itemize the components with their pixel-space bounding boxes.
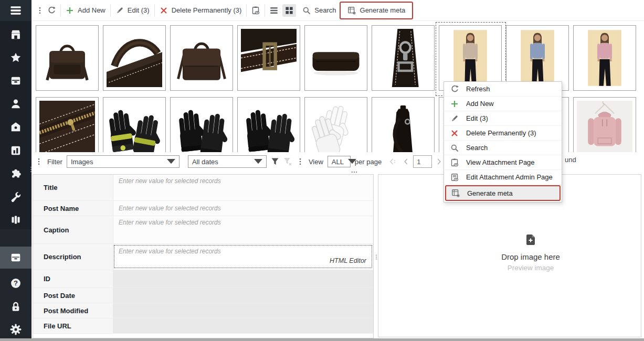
context-menu-item-generate-meta[interactable]: Generate meta bbox=[445, 185, 561, 201]
pencil-icon bbox=[450, 114, 459, 123]
apply-filters-icon[interactable] bbox=[271, 157, 279, 166]
post-date-readonly-field bbox=[113, 288, 373, 303]
generate-meta-button[interactable]: Generate meta bbox=[340, 2, 414, 19]
image-drop-zone[interactable]: Drop image here Preview image bbox=[468, 233, 594, 272]
thumbnail-belt-buckle-closeup[interactable] bbox=[237, 25, 300, 91]
refresh-button[interactable] bbox=[47, 6, 56, 15]
view-drag-dots-icon[interactable] bbox=[296, 157, 304, 166]
thumbnail-white-gloves[interactable] bbox=[304, 97, 367, 152]
next-page-button[interactable] bbox=[435, 157, 443, 166]
grid-view-button[interactable] bbox=[282, 4, 296, 17]
add-new-label: Add New bbox=[78, 6, 105, 14]
thumbnail-bag-strap-clasp[interactable] bbox=[372, 25, 435, 91]
description-field[interactable]: Enter new value for selected recordsHTML… bbox=[113, 244, 373, 270]
form-row-description: DescriptionEnter new value for selected … bbox=[33, 244, 373, 270]
toolbar-drag-dots-icon[interactable] bbox=[36, 6, 44, 15]
thumbnail-leather-bag-front[interactable] bbox=[170, 25, 233, 91]
chart-icon bbox=[10, 145, 22, 156]
form-row-post-date: Post Date bbox=[33, 288, 373, 303]
thumbnail-bag-handle-closeup[interactable] bbox=[103, 25, 166, 91]
context-menu-item-refresh[interactable]: Refresh bbox=[444, 82, 562, 97]
thumbnail-bag-zipper-closeup[interactable] bbox=[36, 97, 99, 152]
toolbar-separator bbox=[265, 4, 265, 17]
preview-image-label: Preview image bbox=[468, 264, 594, 272]
context-menu-item-edit-3[interactable]: Edit (3) bbox=[444, 111, 562, 126]
context-menu-item-label: Search bbox=[466, 144, 488, 152]
thumbnail-model-pink-top[interactable] bbox=[573, 25, 636, 91]
clear-filters-icon[interactable] bbox=[283, 157, 292, 166]
star-icon bbox=[10, 52, 22, 63]
form-label: Caption bbox=[33, 216, 113, 243]
product-icon bbox=[10, 121, 22, 133]
delete-permanently-button[interactable]: Delete Permanently (3) bbox=[160, 6, 242, 15]
sidebar-item-store[interactable] bbox=[0, 24, 31, 45]
context-menu-item-search[interactable]: Search bbox=[444, 141, 562, 155]
edit-button[interactable]: Edit (3) bbox=[115, 6, 150, 15]
sidebar-item-tools[interactable] bbox=[0, 186, 31, 207]
description-editor-box[interactable]: Enter new value for selected recordsHTML… bbox=[114, 245, 372, 268]
context-menu-item-label: Delete Permanently (3) bbox=[466, 129, 536, 137]
thumbnail-leather-gloves-pair[interactable] bbox=[237, 97, 300, 152]
post-type-select[interactable]: Images bbox=[67, 155, 180, 168]
splitter-handle-icon[interactable] bbox=[27, 166, 35, 173]
toolbar-separator bbox=[110, 4, 111, 17]
page-number-input[interactable] bbox=[413, 155, 432, 168]
form-row-post-name: Post NameEnter new value for selected re… bbox=[33, 201, 373, 216]
post-type-value: Images bbox=[71, 158, 93, 166]
thumbnail-leather-clutch[interactable] bbox=[304, 25, 367, 91]
sidebar-item-media-active[interactable] bbox=[0, 247, 31, 269]
context-menu-item-edit-attachment-admin-page[interactable]: Edit Attachment Admin Page bbox=[444, 170, 562, 185]
list-view-button[interactable] bbox=[270, 6, 278, 15]
sidebar-item-products[interactable] bbox=[0, 116, 31, 137]
caption-field[interactable]: Enter new value for selected records bbox=[113, 216, 373, 243]
lock-icon bbox=[10, 301, 22, 313]
field-placeholder: Enter new value for selected records bbox=[119, 219, 221, 226]
thumbnail-dark-handbag[interactable] bbox=[372, 97, 435, 152]
thumbnail-pink-hoodie[interactable] bbox=[573, 97, 636, 152]
sidebar-item-orders[interactable] bbox=[0, 70, 31, 91]
form-row-caption: CaptionEnter new value for selected reco… bbox=[33, 216, 373, 244]
add-new-button[interactable]: Add New bbox=[66, 6, 105, 15]
context-menu-item-delete-permanently-3[interactable]: Delete Permanently (3) bbox=[444, 126, 562, 141]
sidebar-item-reports[interactable] bbox=[0, 140, 31, 161]
chevron-down-icon bbox=[254, 157, 262, 166]
edit-attachment-icon bbox=[450, 173, 459, 182]
per-page-label: per page bbox=[355, 158, 382, 166]
sidebar-item-customers[interactable] bbox=[0, 93, 31, 114]
generate-meta-label: Generate meta bbox=[360, 6, 406, 14]
thumbnail-leather-bag-back[interactable] bbox=[36, 25, 99, 91]
sidebar-item-security[interactable] bbox=[0, 296, 31, 317]
html-editor-link[interactable]: HTML Editor bbox=[330, 257, 366, 264]
x-icon bbox=[160, 6, 168, 15]
date-filter-select[interactable]: All dates bbox=[188, 155, 267, 168]
toolbar: Add New Edit (3) Delete Permanently (3) … bbox=[31, 0, 644, 21]
sidebar-item-layout[interactable] bbox=[0, 209, 31, 230]
per-page-value: ALL bbox=[332, 158, 344, 166]
context-menu-item-add-new[interactable]: Add New bbox=[444, 97, 562, 111]
search-button[interactable]: Search bbox=[302, 6, 336, 15]
form-row-post-modified: Post Modified bbox=[33, 303, 373, 318]
previous-page-button[interactable] bbox=[402, 157, 410, 166]
post-modified-readonly-field bbox=[113, 303, 373, 318]
post-name-field[interactable]: Enter new value for selected records bbox=[113, 201, 373, 216]
help-icon: ? bbox=[10, 278, 22, 289]
first-page-button[interactable] bbox=[388, 157, 397, 166]
sidebar-item-favorites[interactable] bbox=[0, 47, 31, 68]
person-icon bbox=[10, 98, 22, 110]
per-page-select[interactable]: ALL bbox=[328, 156, 351, 167]
thumbnail-leather-gloves[interactable] bbox=[170, 97, 233, 152]
sidebar-menu-toggle[interactable] bbox=[0, 0, 31, 21]
title-field[interactable]: Enter new value for selected records bbox=[113, 175, 373, 200]
wrench-icon bbox=[10, 191, 22, 203]
panel-resize-handle-icon[interactable] bbox=[351, 168, 358, 176]
sidebar-item-settings[interactable] bbox=[0, 319, 31, 340]
form-row-title: TitleEnter new value for selected record… bbox=[33, 175, 373, 201]
sidebar-item-help[interactable]: ? bbox=[0, 273, 31, 294]
form-label: ID bbox=[33, 270, 113, 287]
sidebar-item-plugins[interactable] bbox=[0, 163, 31, 184]
thumbnail-work-gloves[interactable] bbox=[103, 97, 166, 152]
columns-icon bbox=[10, 214, 22, 226]
view-attachment-button[interactable] bbox=[251, 6, 260, 15]
filter-drag-dots-icon[interactable] bbox=[35, 157, 43, 166]
context-menu-item-view-attachment-page[interactable]: View Attachment Page bbox=[444, 155, 562, 170]
